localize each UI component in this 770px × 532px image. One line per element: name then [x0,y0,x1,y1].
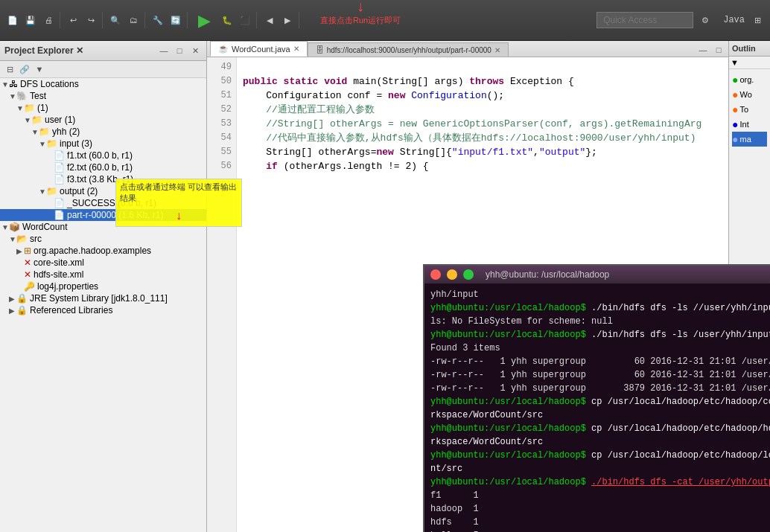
run-annotation: 直接点击Run运行即可 [320,15,401,26]
toolbar-group-debug: 🐛 ⬛ [219,12,257,28]
toolbar-group-file: 📄 💾 🖨 [4,12,60,28]
outline-toolbar: ▼ [729,57,770,69]
outline-item-org[interactable]: ● org. [732,72,767,87]
terminal-minimize-button[interactable] [447,269,457,280]
tree-orgapache[interactable]: ▶ ⊞ org.apache.hadoop.examples [0,245,206,257]
goto-button[interactable]: 🗂 [125,12,141,28]
redo-button[interactable]: ↪ [83,12,99,28]
tree-dfs-locations[interactable]: ▼ 🖧 DFS Locations [0,78,206,90]
java-perspective-label: Java [723,15,745,25]
toolbar: 📄 💾 🖨 ↩ ↪ 🔍 🗂 🔧 🔄 ▶ 🐛 ⬛ ◀ ▶ ⚙ Java ⊞ ↓ 直… [0,0,770,41]
outline-header: Outlin [729,41,770,57]
term-line-12: yhh@ubuntu:/usr/local/hadoop$ ./bin/hdfs… [430,475,770,489]
tab-hdfs-output[interactable]: 🗄 hdfs://localhost:9000/user/yhh/output/… [308,42,509,57]
tree-f1[interactable]: 📄 f1.txt (60.0 b, r1) [0,150,206,161]
search-button[interactable]: 🔍 [107,12,124,28]
toolbar-group-nav: ◀ ▶ [261,12,299,28]
terminal-body[interactable]: yhh/input yhh@ubuntu:/usr/local/hadoop$ … [424,283,770,532]
print-button[interactable]: 🖨 [40,12,57,28]
link-editor-button[interactable]: 🔗 [18,63,31,76]
code-line-56: if (otherArgs.length != 2) { [243,159,722,173]
panel-header-icons: — □ ✕ [157,44,202,57]
tree-src[interactable]: ▼ 📂 src [0,233,206,245]
term-line-6: -rw-r--r-- 1 yhh supergroup 60 2016-12-3… [430,355,770,368]
editor-tab-icons: — □ [696,43,725,57]
outline-item-to[interactable]: ● To [732,102,767,117]
tab-wordcount-java[interactable]: ☕ WordCount.java ✕ [210,41,308,57]
tree-f2[interactable]: 📄 f2.txt (60.0 b, r1) [0,161,206,173]
project-tree: ▼ 🖧 DFS Locations ▼ 🐘 Test ▼ 📁 (1) ▼ 📁 [0,78,206,532]
term-line-9b: rkspace/WordCount/src [430,408,770,422]
tree-yhh[interactable]: ▼ 📁 yhh (2) [0,126,206,138]
term-line-1: yhh/input [430,288,770,301]
term-line-8: -rw-r--r-- 1 yhh supergroup 3879 2016-12… [430,382,770,395]
outline-item-wo[interactable]: ● Wo [732,87,767,102]
view-menu-button[interactable]: ▼ [33,63,46,76]
close-panel-button[interactable]: ✕ [188,44,202,57]
term-line-2: yhh@ubuntu:/usr/local/hadoop$ ./bin/hdfs… [430,301,770,315]
code-line-53: //String[] otherArgs = new GenericOption… [243,117,722,131]
close-tab-java[interactable]: ✕ [293,45,299,53]
tree-one[interactable]: ▼ 📁 (1) [0,102,206,114]
terminal-window: yhh@ubuntu: /usr/local/hadoop yhh/input … [423,264,770,532]
run-button[interactable]: ▶ [195,11,213,29]
terminal-close-button[interactable] [430,269,441,280]
perspective-button[interactable]: ⊞ [749,12,766,28]
terminal-title: yhh@ubuntu: /usr/local/hadoop [486,269,609,280]
refresh-button[interactable]: 🔄 [168,12,184,28]
term-line-5: Found 3 items [430,342,770,355]
outline-item-int[interactable]: ● Int [732,117,767,132]
minimize-button[interactable]: — [157,44,171,57]
outline-content: ● org. ● Wo ● To ● Int ● ma [729,69,770,150]
project-explorer-header: Project Explorer ✕ — □ ✕ [0,41,206,61]
project-explorer-panel: Project Explorer ✕ — □ ✕ ⊟ 🔗 ▼ ▼ 🖧 DFS L… [0,41,207,532]
close-tab-hdfs[interactable]: ✕ [494,46,500,54]
term-line-16: hello 5 [430,529,770,532]
term-line-13: f1 1 [430,489,770,502]
toolbar-menu-button[interactable]: ⚙ [698,12,713,28]
editor-maximize-button[interactable]: □ [712,43,725,57]
tree-reflibs[interactable]: ▶ 🔒 Referenced Libraries [0,304,206,316]
editor-panel: ☕ WordCount.java ✕ 🗄 hdfs://localhost:90… [207,41,728,532]
term-line-7: -rw-r--r-- 1 yhh supergroup 60 2016-12-3… [430,368,770,382]
forward-button[interactable]: ▶ [279,12,296,28]
term-line-15: hdfs 1 [430,516,770,529]
term-line-9: yhh@ubuntu:/usr/local/hadoop$ cp /usr/lo… [430,395,770,408]
back-button[interactable]: ◀ [261,12,278,28]
code-line-50: public static void main(String[] args) t… [243,74,722,89]
explorer-toolbar: ⊟ 🔗 ▼ [0,61,206,78]
term-line-10: yhh@ubuntu:/usr/local/hadoop$ cp /usr/lo… [430,422,770,435]
toolbar-group-edit: ↩ ↪ [65,12,103,28]
code-line-51: Configuration conf = new Configuration()… [243,89,722,103]
code-line-52: //通过配置工程输入参数 [243,103,722,117]
maximize-button[interactable]: □ [173,44,186,57]
main-layout: Project Explorer ✕ — □ ✕ ⊟ 🔗 ▼ ▼ 🖧 DFS L… [0,41,770,532]
tree-jre[interactable]: ▶ 🔒 JRE System Library [jdk1.8.0_111] [0,292,206,304]
line-numbers: 49 50 51 52 53 54 55 56 [207,57,237,532]
tree-user[interactable]: ▼ 📁 user (1) [0,114,206,126]
editor-minimize-button[interactable]: — [696,43,710,57]
tree-test[interactable]: ▼ 🐘 Test [0,90,206,102]
new-button[interactable]: 📄 [4,12,21,28]
tree-coresite[interactable]: ✕ core-site.xml [0,257,206,269]
tree-input[interactable]: ▼ 📁 input (3) [0,138,206,150]
quick-access-input[interactable] [596,12,693,28]
tree-hdfssite[interactable]: ✕ hdfs-site.xml [0,269,206,281]
collapse-all-button[interactable]: ⊟ [3,63,16,76]
undo-button[interactable]: ↩ [65,12,81,28]
terminal-titlebar: yhh@ubuntu: /usr/local/hadoop [424,266,770,283]
debug-button[interactable]: 🐛 [219,12,235,28]
term-line-11: yhh@ubuntu:/usr/local/hadoop$ cp /usr/lo… [430,449,770,475]
code-line-54: //代码中直接输入参数,从hdfs输入（具体数据在hdfs://localhos… [243,131,722,145]
project-explorer-title: Project Explorer ✕ [4,45,83,56]
build-button[interactable]: 🔧 [150,12,166,28]
term-line-10b: rkspace/WordCount/src [430,435,770,449]
tree-log4j[interactable]: 🔑 log4j.properties [0,281,206,292]
terminal-maximize-button[interactable] [463,269,474,280]
term-line-4: yhh@ubuntu:/usr/local/hadoop$ ./bin/hdfs… [430,328,770,342]
stop-button[interactable]: ⬛ [237,12,253,28]
save-button[interactable]: 💾 [22,12,39,28]
outline-item-ma[interactable]: ● ma [732,132,767,147]
editor-tabs: ☕ WordCount.java ✕ 🗄 hdfs://localhost:90… [207,41,728,57]
toolbar-group-build: 🔧 🔄 [150,12,188,28]
